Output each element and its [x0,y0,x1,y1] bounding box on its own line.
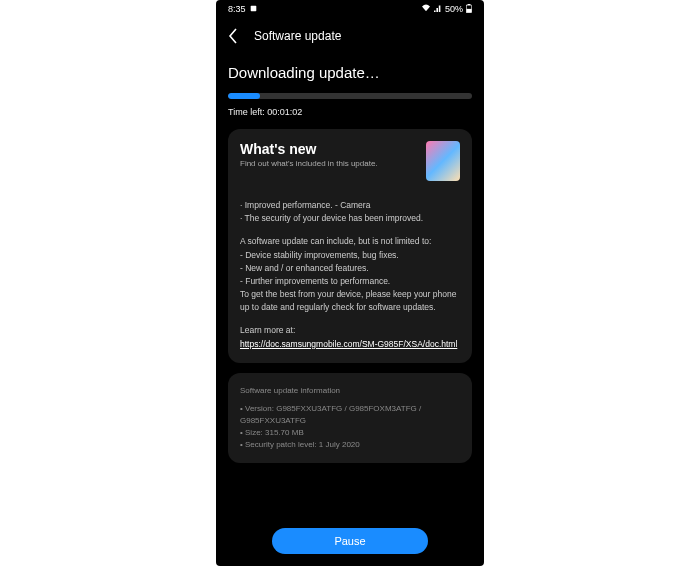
changelog: · Improved performance. - Camera · The s… [240,199,460,351]
wifi-icon [421,4,431,14]
changelog-highlights: · Improved performance. - Camera · The s… [240,199,460,225]
status-time: 8:35 [228,4,246,14]
changelog-items: - Device stability improvements, bug fix… [240,250,399,286]
changelog-intro: A software update can include, but is no… [240,236,431,246]
pause-button[interactable]: Pause [272,528,428,554]
update-patch-level: • Security patch level: 1 July 2020 [240,439,460,451]
update-info-card: Software update information • Version: G… [228,373,472,463]
back-icon[interactable] [228,29,242,43]
bottom-action-bar: Pause [216,518,484,558]
progress-fill [228,93,260,99]
download-title: Downloading update… [228,64,472,81]
whats-new-subtitle: Find out what's included in this update. [240,159,378,168]
status-bar: 8:35 50% [216,0,484,18]
learn-more-label: Learn more at: [240,325,295,335]
changelog-keep-updated: To get the best from your device, please… [240,289,456,312]
signal-icon [434,4,442,14]
update-version: • Version: G985FXXU3ATFG / G985FOXM3ATFG… [240,403,460,427]
progress-bar [228,93,472,99]
time-left: Time left: 00:01:02 [228,107,472,117]
notification-icon [250,4,257,14]
whats-new-card: What's new Find out what's included in t… [228,129,472,363]
header-title: Software update [254,29,341,43]
learn-more-link[interactable]: https://doc.samsungmobile.com/SM-G985F/X… [240,339,457,349]
svg-rect-0 [250,6,256,12]
whats-new-title: What's new [240,141,378,157]
phone-screen: 8:35 50% Software update Downloading upd… [216,0,484,566]
battery-icon [466,4,472,15]
header: Software update [216,18,484,54]
update-size: • Size: 315.70 MB [240,427,460,439]
phone-illustration [426,141,460,181]
update-info-heading: Software update information [240,385,460,397]
battery-pct: 50% [445,4,463,14]
svg-rect-3 [466,8,471,12]
